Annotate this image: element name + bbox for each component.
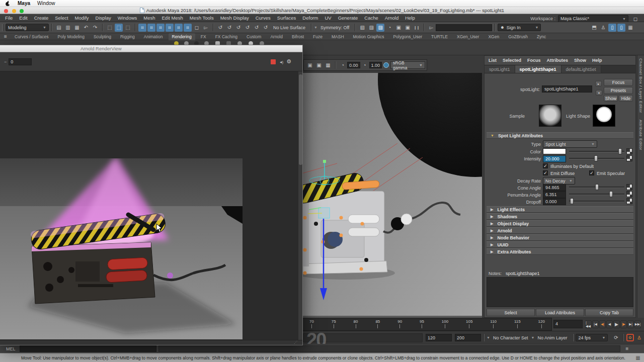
toolbar-grip[interactable] xyxy=(2,24,4,31)
workspace-dropdown[interactable]: Maya Classic*▼ xyxy=(558,15,628,23)
playback-end-field[interactable]: 200 xyxy=(455,334,481,341)
snap-point-icon[interactable] xyxy=(156,24,165,32)
color-slider[interactable] xyxy=(569,148,624,154)
renderview-scrollbar[interactable] xyxy=(298,71,302,340)
intensity-field[interactable]: 20.000 xyxy=(543,155,566,162)
exposure-field[interactable]: 0.00 xyxy=(347,62,360,68)
command-result-field[interactable] xyxy=(158,345,620,352)
menu-item[interactable]: UV xyxy=(325,15,331,21)
command-line-input[interactable] xyxy=(20,345,156,352)
channel-box-toggle-icon[interactable] xyxy=(626,24,634,32)
menu-item[interactable]: Arnold xyxy=(385,15,398,21)
image-plane-icon[interactable] xyxy=(324,61,332,69)
shelf-menu-icon[interactable] xyxy=(2,33,10,41)
bookmark-icon[interactable] xyxy=(315,61,323,69)
ae-node-tab[interactable]: spotLightShape1 xyxy=(515,65,561,73)
command-language-label[interactable]: MEL xyxy=(6,346,16,351)
menu-item[interactable]: Mesh Tools xyxy=(190,15,214,21)
perspective-viewport[interactable]: 0.00 1.00 sRGB gamma▼ xyxy=(302,55,482,318)
dropoff-field[interactable]: 0.000 xyxy=(543,198,566,205)
node-name-field[interactable]: spotLightShape1 xyxy=(542,85,592,93)
render-settings-icon[interactable] xyxy=(385,24,393,32)
shelf-tab[interactable]: Fuze xyxy=(309,33,326,40)
current-frame-field[interactable]: 4 xyxy=(553,320,583,328)
ae-menu-item[interactable]: Selected xyxy=(503,58,521,63)
speaker-icon[interactable] xyxy=(279,59,283,64)
shelf-tab[interactable]: Polygons_User xyxy=(389,33,426,40)
go-to-end-button[interactable] xyxy=(634,320,641,328)
menu-item[interactable]: Mesh Display xyxy=(220,15,249,21)
menu-item[interactable]: Surfaces xyxy=(277,15,296,21)
camera-icon[interactable] xyxy=(306,61,314,69)
focus-button[interactable]: Focus xyxy=(604,79,633,86)
open-renderview-icon[interactable] xyxy=(358,24,366,32)
ae-menu-item[interactable]: Show xyxy=(574,58,586,63)
open-scene-icon[interactable] xyxy=(64,24,72,32)
penumbra-angle-field[interactable]: 6.351 xyxy=(543,191,566,198)
ae-footer-button[interactable]: Load Attributes xyxy=(536,309,584,316)
apple-icon[interactable] xyxy=(5,1,11,7)
macos-window-menu[interactable]: Window xyxy=(37,1,55,6)
history-evaluate-icon[interactable] xyxy=(253,24,261,32)
shelf-tab[interactable]: FX xyxy=(197,33,210,40)
section-node-behavior[interactable]: ▶Node Behavior xyxy=(487,234,633,241)
fps-dropdown[interactable]: 24 fps▼ xyxy=(576,334,608,341)
show-button[interactable]: Show xyxy=(604,95,618,102)
tool-settings-toggle-icon[interactable] xyxy=(617,24,625,32)
select-component-icon[interactable] xyxy=(124,24,132,32)
history-cache-icon[interactable] xyxy=(244,24,252,32)
section-shadows[interactable]: ▶Shadows xyxy=(487,213,633,220)
selection-mode-dropdown[interactable]: Modeling▼ xyxy=(6,24,49,31)
channel-box-side-tab[interactable]: Channel Box / Layer Editor xyxy=(638,58,643,113)
quick-selection-input[interactable] xyxy=(436,24,492,31)
history-input-icon[interactable] xyxy=(225,24,233,32)
menu-item[interactable]: Deform xyxy=(302,15,318,21)
snap-grid-icon[interactable] xyxy=(138,24,146,32)
shelf-tab[interactable]: Motion Graphics xyxy=(350,33,388,40)
ae-node-tab[interactable]: defaultLightSet xyxy=(561,65,601,73)
menu-item[interactable]: Display xyxy=(96,15,111,21)
menu-item[interactable]: Select xyxy=(55,15,68,21)
maximize-icon[interactable] xyxy=(20,9,24,13)
exposure-icon[interactable] xyxy=(339,61,347,69)
penumbra-angle-slider[interactable] xyxy=(569,191,624,197)
dropoff-map-button[interactable] xyxy=(626,198,632,204)
decay-rate-dropdown[interactable]: No Decay▼ xyxy=(543,177,575,185)
undo-icon[interactable] xyxy=(82,24,90,32)
shelf-tab[interactable]: Custom xyxy=(243,33,265,40)
menu-item[interactable]: Modify xyxy=(75,15,89,21)
section-extra-attributes[interactable]: ▶Extra Attributes xyxy=(487,248,633,255)
menu-item[interactable]: Curves xyxy=(256,15,271,21)
ae-node-tab[interactable]: spotLight1 xyxy=(485,65,515,73)
stop-render-icon[interactable] xyxy=(271,59,276,64)
dropoff-slider[interactable] xyxy=(569,198,624,204)
presets-button[interactable]: Presets xyxy=(604,87,633,94)
auto-keyframe-icon[interactable] xyxy=(626,334,634,341)
animation-preferences-icon[interactable] xyxy=(635,334,643,342)
menu-item[interactable]: Create xyxy=(34,15,49,21)
shelf-tab[interactable]: TURTLE xyxy=(428,33,451,40)
anim-layer-dropdown[interactable]: No Anim Layer xyxy=(537,335,567,340)
ae-menu-item[interactable]: Help xyxy=(592,58,602,63)
sample-swatch[interactable] xyxy=(539,105,561,127)
renderview-canvas[interactable] xyxy=(0,71,298,340)
cone-angle-slider[interactable] xyxy=(569,184,624,190)
ae-menu-item[interactable]: Attributes xyxy=(547,58,569,63)
notes-textarea[interactable] xyxy=(487,277,633,307)
section-uuid[interactable]: ▶UUID xyxy=(487,241,633,248)
shelf-tab[interactable]: XGen xyxy=(485,33,503,40)
shelf-tab[interactable]: Animation xyxy=(140,33,167,40)
shelf-tab[interactable]: MASH xyxy=(328,33,348,40)
color-swatch[interactable] xyxy=(543,148,566,154)
shelf-tab[interactable]: GoZBrush xyxy=(505,33,531,40)
expand-arrow-icon[interactable]: ▸ xyxy=(595,81,602,86)
intensity-map-button[interactable] xyxy=(626,155,632,161)
texture-view-icon[interactable] xyxy=(394,24,403,32)
menu-item[interactable]: File xyxy=(5,15,13,21)
macos-app-menu[interactable]: Maya xyxy=(18,1,30,6)
close-icon[interactable] xyxy=(4,9,8,13)
ae-footer-button[interactable]: Select xyxy=(487,309,535,316)
menu-item[interactable]: Cache xyxy=(364,15,378,21)
light-editor-icon[interactable] xyxy=(404,24,412,32)
view-transform-dropdown[interactable]: sRGB gamma▼ xyxy=(390,61,425,69)
